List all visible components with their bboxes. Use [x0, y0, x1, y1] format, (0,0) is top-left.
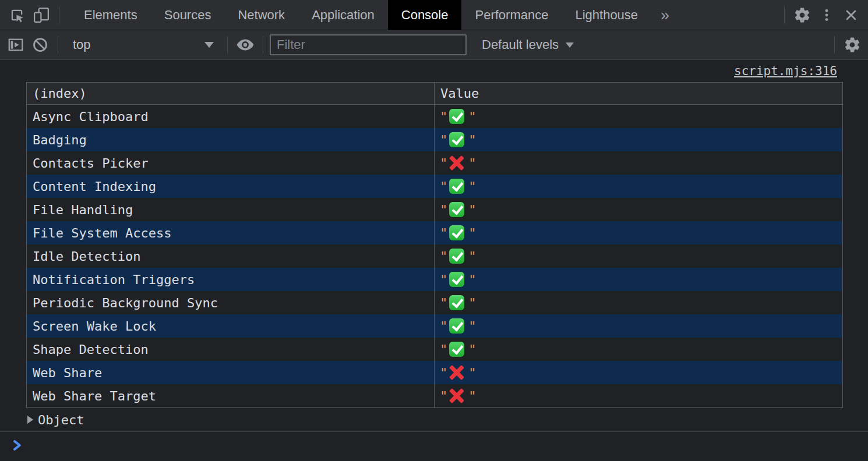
- value-cell: "": [435, 105, 842, 128]
- check-mark-emoji: [449, 249, 464, 264]
- tab-network[interactable]: Network: [224, 0, 298, 30]
- index-cell: Contacts Picker: [27, 151, 435, 175]
- check-mark-emoji: [449, 202, 464, 217]
- clear-console-button[interactable]: [28, 33, 52, 57]
- quote-mark: ": [468, 156, 476, 171]
- device-toolbar-button[interactable]: [29, 3, 54, 27]
- value-cell: "": [435, 268, 842, 291]
- tab-performance[interactable]: Performance: [461, 0, 562, 30]
- quote-mark: ": [440, 156, 447, 171]
- cross-mark-emoji: [449, 365, 464, 380]
- separator: [263, 36, 263, 54]
- table-row: Contacts Picker"": [27, 151, 842, 175]
- tab-lighthouse[interactable]: Lighthouse: [562, 0, 651, 30]
- tab-sources[interactable]: Sources: [151, 0, 225, 30]
- inspect-element-button[interactable]: [5, 3, 29, 27]
- chevron-down-icon: [566, 42, 574, 48]
- inspect-cursor-icon: [8, 6, 26, 24]
- cross-mark-emoji: [449, 388, 464, 403]
- tab-strip: ElementsSourcesNetworkApplicationConsole…: [70, 0, 651, 30]
- tab-bar-actions: [779, 3, 868, 27]
- log-levels-dropdown[interactable]: Default levels: [477, 33, 578, 57]
- tab-elements[interactable]: Elements: [70, 0, 151, 30]
- value-cell: "": [435, 244, 842, 268]
- index-cell: Web Share Target: [27, 384, 435, 407]
- table-row: Notification Triggers"": [27, 268, 842, 291]
- quote-mark: ": [440, 296, 447, 310]
- table-row: File System Access"": [27, 221, 842, 244]
- quote-mark: ": [468, 319, 476, 334]
- tab-application[interactable]: Application: [298, 0, 388, 30]
- close-icon: [843, 7, 859, 23]
- quote-mark: ": [440, 342, 447, 357]
- close-devtools-button[interactable]: [839, 3, 863, 27]
- separator: [227, 36, 228, 54]
- create-live-expression-button[interactable]: [233, 33, 257, 57]
- index-cell: Badging: [27, 128, 435, 151]
- value-cell: "": [435, 384, 842, 407]
- index-cell: Shape Detection: [27, 338, 435, 361]
- check-mark-emoji: [449, 179, 464, 194]
- table-row: Periodic Background Sync"": [27, 291, 842, 314]
- console-settings-button[interactable]: [840, 33, 865, 57]
- quote-mark: ": [468, 179, 476, 194]
- quote-mark: ": [468, 249, 476, 264]
- cross-mark-emoji: [449, 155, 464, 171]
- value-cell: "": [435, 338, 842, 361]
- device-toolbar-icon: [33, 6, 50, 24]
- console-table: (index) Value Async Clipboard""Badging""…: [26, 82, 843, 408]
- tab-console[interactable]: Console: [388, 0, 462, 30]
- table-row: Shape Detection"": [27, 338, 842, 361]
- index-cell: Content Indexing: [27, 175, 435, 198]
- kebab-menu-icon: [819, 8, 834, 23]
- separator: [834, 36, 835, 54]
- check-mark-emoji: [449, 295, 464, 310]
- gear-icon: [844, 36, 861, 54]
- table-row: Content Indexing"": [27, 175, 842, 198]
- devtools-settings-button[interactable]: [790, 3, 814, 27]
- more-options-button[interactable]: [814, 3, 839, 27]
- quote-mark: ": [468, 272, 476, 287]
- quote-mark: ": [440, 109, 447, 124]
- more-tabs-button[interactable]: »: [651, 1, 679, 30]
- quote-mark: ": [468, 226, 476, 240]
- eye-icon: [236, 36, 255, 54]
- check-mark-emoji: [449, 132, 464, 147]
- quote-mark: ": [440, 389, 447, 403]
- table-row: Web Share"": [27, 361, 842, 384]
- separator: [58, 36, 58, 54]
- value-cell: "": [435, 291, 842, 314]
- chevron-down-icon: [204, 42, 214, 48]
- quote-mark: ": [468, 133, 476, 147]
- object-label: Object: [38, 413, 84, 427]
- table-row: Async Clipboard"": [27, 105, 842, 128]
- console-prompt[interactable]: [0, 432, 868, 459]
- check-mark-emoji: [449, 225, 464, 240]
- filter-input[interactable]: [270, 34, 467, 55]
- check-mark-emoji: [449, 342, 464, 357]
- console-sidebar-toggle-button[interactable]: [3, 33, 28, 57]
- quote-mark: ": [468, 366, 476, 380]
- index-cell: Async Clipboard: [27, 105, 435, 128]
- javascript-context-selector[interactable]: top: [63, 33, 222, 57]
- quote-mark: ": [468, 342, 476, 357]
- table-row: Screen Wake Lock"": [27, 314, 842, 338]
- column-header-index[interactable]: (index): [27, 83, 435, 104]
- column-header-value[interactable]: Value: [435, 83, 842, 104]
- index-cell: Periodic Background Sync: [27, 291, 435, 314]
- quote-mark: ": [468, 389, 476, 403]
- context-selector-value: top: [73, 37, 91, 52]
- source-location-link[interactable]: script.mjs:316: [734, 64, 837, 78]
- index-cell: Web Share: [27, 361, 435, 384]
- object-expander[interactable]: Object: [0, 408, 868, 431]
- check-mark-emoji: [449, 318, 464, 334]
- quote-mark: ": [440, 366, 447, 380]
- value-cell: "": [435, 361, 842, 384]
- table-row: File Handling"": [27, 198, 842, 221]
- value-cell: "": [435, 151, 842, 175]
- table-row: Badging"": [27, 128, 842, 151]
- console-messages-area: script.mjs:316 (index) Value Async Clipb…: [0, 60, 868, 459]
- quote-mark: ": [440, 203, 447, 217]
- index-cell: Idle Detection: [27, 244, 435, 268]
- value-cell: "": [435, 175, 842, 198]
